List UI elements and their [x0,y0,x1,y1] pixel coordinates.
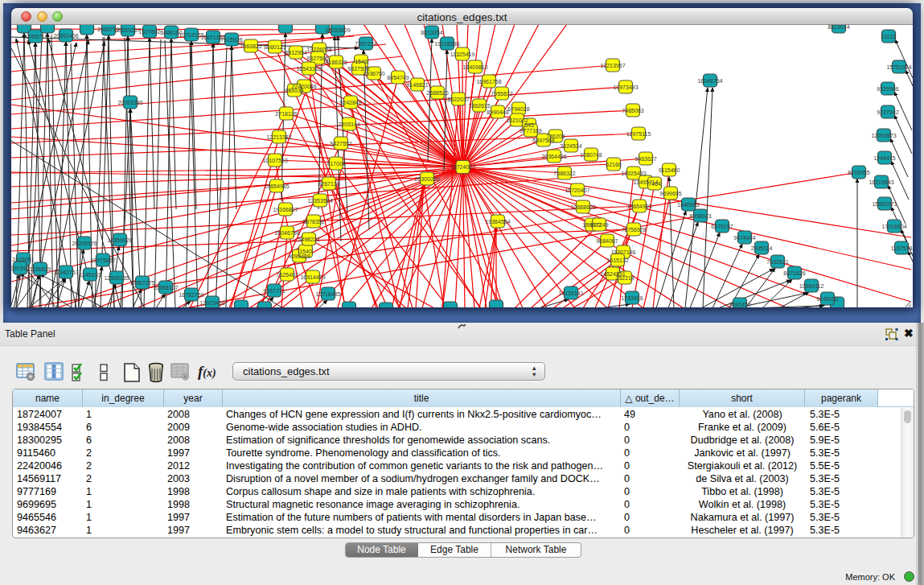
svg-text:6497568: 6497568 [532,138,554,143]
svg-text:7485063: 7485063 [622,108,643,113]
svg-text:18724007: 18724007 [450,164,475,170]
svg-text:17016504: 17016504 [881,224,906,229]
svg-text:7625402: 7625402 [276,272,298,278]
svg-text:10973493: 10973493 [613,84,638,90]
svg-text:1362615: 1362615 [468,103,490,109]
svg-text:391593: 391593 [11,266,30,271]
svg-text:12213967: 12213967 [600,63,625,68]
svg-text:10653267: 10653267 [115,27,140,33]
svg-text:12923466: 12923466 [199,300,224,306]
svg-text:9777169: 9777169 [519,128,541,134]
svg-text:12975115: 12975115 [626,131,651,137]
svg-text:8912954: 8912954 [285,50,306,56]
svg-text:2936760: 2936760 [363,71,384,76]
svg-text:8813054: 8813054 [421,30,442,35]
svg-text:16782759: 16782759 [179,292,203,298]
svg-text:15716485: 15716485 [315,291,340,297]
svg-text:20053346: 20053346 [117,100,142,105]
svg-text:17359928: 17359928 [107,237,132,243]
svg-text:16961758: 16961758 [476,79,501,84]
svg-text:1540: 1540 [299,249,312,254]
svg-text:8471626: 8471626 [783,270,805,276]
svg-text:76756928: 76756928 [621,227,646,233]
svg-text:16543362: 16543362 [296,66,321,72]
svg-text:8660123: 8660123 [264,44,285,50]
svg-text:15692971: 15692971 [872,201,897,207]
svg-text:7632621: 7632621 [766,259,788,265]
svg-text:5498222: 5498222 [298,237,319,242]
svg-text:14136141: 14136141 [558,290,583,296]
svg-text:12353594: 12353594 [307,198,332,204]
svg-text:7955812: 7955812 [491,91,512,97]
svg-text:7515526: 7515526 [220,37,242,43]
svg-text:3624534: 3624534 [560,143,581,149]
svg-text:989034: 989034 [285,88,303,93]
svg-text:16914479: 16914479 [300,274,325,280]
svg-text:9245052: 9245052 [816,296,838,302]
svg-text:8813074: 8813074 [827,25,849,30]
svg-text:16409810: 16409810 [462,64,487,70]
svg-text:12093873: 12093873 [871,133,896,138]
svg-text:1733426: 1733426 [621,295,643,301]
svg-text:20206576: 20206576 [72,241,97,246]
svg-text:417004: 417004 [326,161,345,167]
svg-text:8322037: 8322037 [447,97,469,102]
svg-text:19975867: 19975867 [90,257,115,263]
svg-text:10025433: 10025433 [621,171,646,176]
svg-text:19166827: 19166827 [273,207,298,212]
svg-text:252214: 252214 [615,275,634,281]
svg-text:1546: 1546 [355,59,368,64]
svg-text:16048764: 16048764 [697,78,722,84]
svg-text:9146821: 9146821 [406,82,428,88]
svg-text:9115460: 9115460 [659,167,680,173]
svg-text:17957275: 17957275 [129,280,154,286]
svg-text:19218586: 19218586 [434,41,459,47]
svg-text:9242848: 9242848 [339,100,361,105]
svg-text:62160: 62160 [606,162,622,167]
svg-text:20364436: 20364436 [541,154,566,159]
svg-text:8990448: 8990448 [487,109,508,115]
svg-text:1615132: 1615132 [606,257,628,263]
svg-text:25300293: 25300293 [414,176,439,182]
svg-text:9684067: 9684067 [596,238,618,244]
svg-text:11207146: 11207146 [611,249,636,255]
svg-text:16033809: 16033809 [325,27,350,33]
svg-text:11325419: 11325419 [450,51,475,57]
svg-text:10958107: 10958107 [153,285,178,290]
svg-text:907249: 907249 [589,222,608,228]
svg-text:15720407: 15720407 [565,187,589,193]
svg-text:15751074: 15751074 [886,64,911,70]
svg-text:9463627: 9463627 [634,156,656,162]
svg-text:20691406: 20691406 [53,33,78,39]
svg-text:8938923: 8938923 [689,213,711,219]
svg-text:9474444: 9474444 [733,235,755,241]
svg-text:9092450: 9092450 [729,302,750,307]
svg-text:2718126: 2718126 [275,111,297,117]
svg-text:6379197: 6379197 [711,224,733,229]
svg-text:2935114: 2935114 [751,245,773,251]
svg-text:545: 545 [524,122,534,128]
svg-text:10107553: 10107553 [262,158,287,163]
svg-text:8454749: 8454749 [387,75,409,80]
svg-text:1640953: 1640953 [677,202,699,208]
svg-text:7357224: 7357224 [355,41,376,47]
svg-text:7386322: 7386322 [553,171,575,176]
svg-text:1145193: 1145193 [80,272,101,278]
svg-text:9657771: 9657771 [263,288,285,294]
svg-text:9227342: 9227342 [877,109,898,115]
svg-text:6794028: 6794028 [507,106,529,112]
svg-text:16046798: 16046798 [274,230,299,236]
svg-text:7663822: 7663822 [240,43,261,49]
svg-text:19654985: 19654985 [264,183,289,189]
svg-text:10654112: 10654112 [799,283,824,289]
svg-text:2415001: 2415001 [12,257,34,262]
svg-text:8186328: 8186328 [325,60,347,65]
svg-text:8215955: 8215955 [848,170,869,175]
svg-text:13654923: 13654923 [626,204,651,209]
svg-text:1527602: 1527602 [138,29,160,35]
svg-text:1244415: 1244415 [873,155,895,161]
svg-text:1080748: 1080748 [580,152,602,158]
svg-text:16210643: 16210643 [869,179,893,185]
svg-text:8878352: 8878352 [302,219,324,225]
svg-text:12342757: 12342757 [53,270,78,275]
